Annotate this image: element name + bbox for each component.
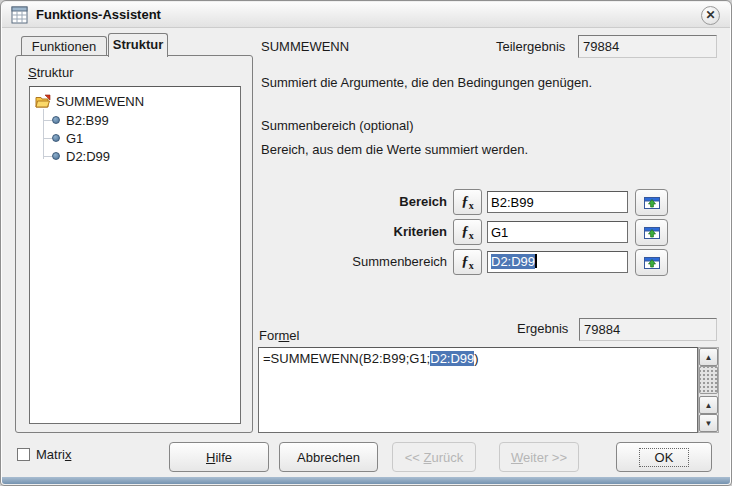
function-description: Summiert die Argumente, die den Bedingun… [261,75,592,90]
text-caret [535,254,537,268]
back-button: << Zurück [392,442,476,472]
structure-label: Struktur [28,65,74,80]
scroll-up-icon[interactable]: ▲ [699,396,718,414]
spreadsheet-app-icon [11,6,29,24]
arg-label-summenbereich: Summenbereich [259,249,447,275]
scroll-up-icon[interactable]: ▲ [699,348,718,366]
partial-result-field: 79884 [578,35,717,58]
help-button[interactable]: Hilfe [169,442,269,472]
argument-title: Summenbereich (optional) [261,118,413,133]
partial-result-label: Teilergebnis [496,39,565,54]
tree-connector [43,156,52,157]
titlebar[interactable]: Funktions-Assistent ✕ [2,2,730,28]
shrink-window-icon [643,196,661,210]
arg-input-kriterien[interactable] [487,221,628,243]
ok-button[interactable]: OK [616,442,712,472]
result-field: 79884 [579,318,717,341]
window-title: Funktions-Assistent [36,7,161,22]
arg-input-summenbereich[interactable]: D2:D99 [487,251,628,273]
tree-item-label: D2:D99 [66,149,110,164]
tab-funktionen[interactable]: Funktionen [21,36,107,56]
formula-textarea[interactable]: =SUMMEWENN(B2:B99;G1;D2:D99) [258,347,698,433]
tree-connector [43,120,52,121]
shrink-button-2[interactable] [635,219,668,246]
matrix-label: Matrix [36,447,71,462]
structure-tree[interactable]: SUMMEWENN B2:B99 G1 D2:D99 [29,86,241,424]
tree-item-label: B2:B99 [66,113,109,128]
argument-description: Bereich, aus dem die Werte summiert werd… [261,142,528,157]
tree-children: B2:B99 G1 D2:D99 [30,111,240,165]
formula-label: Formel [259,328,299,343]
tree-item-arg1[interactable]: B2:B99 [30,111,240,129]
tree-bullet-icon [52,134,60,142]
structure-tabpanel: Struktur SUMMEWENN B2:B99 [15,55,253,433]
tree-connector [43,138,52,139]
scrollbar-thumb[interactable] [699,366,718,394]
tree-item-arg2[interactable]: G1 [30,129,240,147]
shrink-window-icon [643,226,661,240]
tree-item-arg3[interactable]: D2:D99 [30,147,240,165]
next-button: Weiter >> [499,442,579,472]
selected-text: D2:D99 [491,254,535,269]
function-fx-button-1[interactable]: ƒx [453,189,482,215]
function-fx-button-2[interactable]: ƒx [453,219,482,245]
result-label: Ergebnis [517,321,568,336]
scroll-down-icon[interactable]: ▼ [699,414,718,432]
tree-bullet-icon [52,116,60,124]
tree-root-summewenn[interactable]: SUMMEWENN [30,91,240,111]
tree-root-label: SUMMEWENN [56,94,144,109]
tab-struktur[interactable]: Struktur [108,33,168,57]
window-bottom-edge [2,477,730,484]
tree-item-label: G1 [66,131,83,146]
close-icon[interactable]: ✕ [701,6,720,25]
shrink-button-3[interactable] [635,249,668,276]
selected-text: D2:D99 [430,351,474,366]
function-name: SUMMEWENN [261,39,349,54]
shrink-window-icon [643,256,661,270]
open-folder-icon [35,94,52,109]
function-fx-button-3[interactable]: ƒx [453,249,482,275]
shrink-button-1[interactable] [635,189,668,216]
fx-icon: ƒ [461,193,469,209]
fx-icon: ƒ [461,223,469,239]
arg-label-bereich: Bereich [259,189,447,215]
fx-icon: ƒ [461,253,469,269]
arg-input-bereich[interactable] [487,191,628,213]
cancel-button[interactable]: Abbrechen [279,442,378,472]
function-wizard-dialog: Funktions-Assistent ✕ Funktionen Struktu… [0,0,732,486]
arg-label-kriterien: Kriterien [259,219,447,245]
matrix-checkbox[interactable] [17,448,30,461]
tree-bullet-icon [52,152,60,160]
formula-scrollbar[interactable]: ▲ ▲ ▼ [698,347,719,433]
